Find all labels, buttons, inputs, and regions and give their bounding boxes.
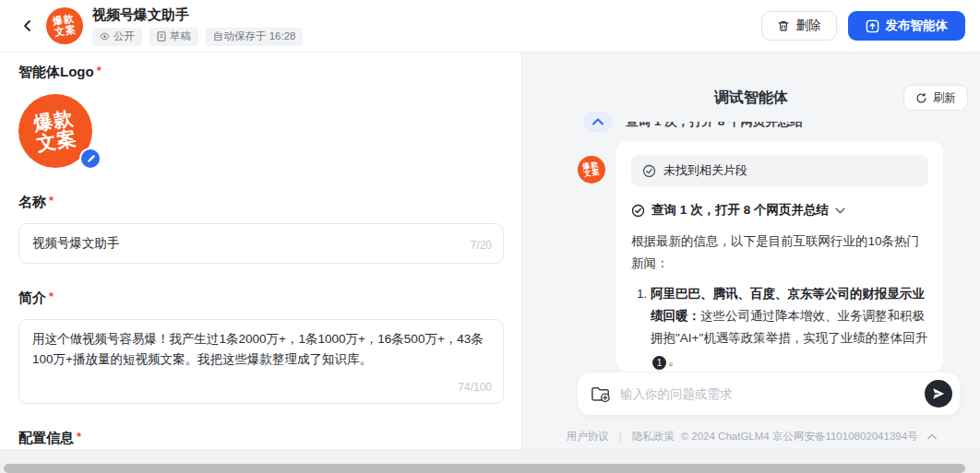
agent-settings-panel: 智能体Logo* 爆款文案 名称* 7/20 简介* (0, 53, 522, 449)
delete-button[interactable]: 删除 (761, 11, 837, 41)
draft-badge-label: 草稿 (170, 30, 191, 43)
news-item: 阿里巴巴、腾讯、百度、京东等公司的财报显示业绩回暖：这些公司通过降本增效、业务调… (651, 283, 928, 372)
intro-char-counter: 74/100 (458, 381, 492, 394)
send-button[interactable] (925, 380, 952, 408)
edit-logo-button[interactable] (79, 148, 102, 170)
top-bar: 爆款文案 视频号爆文助手 公开 草稿 自动保存于 16:28 (0, 0, 980, 53)
badge-row: 公开 草稿 自动保存于 16:28 (92, 28, 303, 46)
config-field-label: 配置信息* (18, 430, 503, 447)
visibility-badge: 公开 (92, 28, 142, 46)
autosave-badge: 自动保存于 16:28 (206, 28, 303, 46)
visibility-badge-label: 公开 (114, 30, 135, 43)
eye-icon (100, 31, 110, 41)
trash-icon (777, 19, 790, 32)
required-mark: * (97, 64, 102, 77)
required-mark: * (49, 290, 54, 303)
back-button[interactable] (15, 13, 41, 39)
pencil-icon (86, 154, 96, 164)
logo-field-label: 智能体Logo* (18, 64, 503, 81)
name-field-label: 名称* (18, 194, 503, 211)
refresh-button[interactable]: 刷新 (903, 85, 968, 111)
intro-field-label: 简介* (18, 290, 503, 307)
name-input[interactable] (19, 224, 503, 263)
news-item-suffix: 。 (668, 353, 681, 367)
config-field: 配置信息* 描述你想创建的智能体，包括它的作用和特点，以及对它生成结果的预期。(… (18, 430, 503, 449)
document-icon (157, 31, 166, 41)
check-circle-icon (642, 164, 656, 178)
delete-button-label: 删除 (796, 18, 821, 34)
logo-field: 智能体Logo* 爆款文案 (18, 64, 503, 168)
terms-link[interactable]: 用户协议 (566, 430, 608, 443)
publish-button[interactable]: 发布智能体 (848, 11, 966, 41)
send-plane-icon (932, 387, 945, 400)
collapse-button[interactable] (583, 112, 613, 132)
chevron-up-icon (592, 118, 604, 125)
page-bottom-gutter (0, 449, 980, 464)
chat-input-bar (578, 372, 960, 415)
refresh-button-label: 刷新 (933, 90, 956, 106)
publish-button-label: 发布智能体 (886, 18, 949, 34)
message-intro-text: 根据最新的信息，以下是目前互联网行业的10条热门新闻： (631, 231, 928, 275)
assistant-message-card: 未找到相关片段 查询 1 次，打开 8 个网页并总结 根据最新的信息，以下是目前… (616, 141, 943, 372)
back-chevron-icon (20, 18, 35, 33)
chevron-down-icon (835, 207, 845, 214)
chat-message-input[interactable] (620, 387, 915, 401)
clipped-message-text: 查询 1 次，打开 8 个网页并总结 (626, 122, 803, 130)
privacy-link[interactable]: 隐私政策 (632, 430, 675, 443)
retrieval-status-pill: 未找到相关片段 (631, 155, 928, 186)
copyright-text: © 2024 ChatGLM4 京公网安备11010802041394号 (681, 430, 918, 443)
news-list: 阿里巴巴、腾讯、百度、京东等公司的财报显示业绩回暖：这些公司通过降本增效、业务调… (631, 283, 928, 372)
page-title: 视频号爆文助手 (92, 6, 303, 24)
intro-input-box: 用这个做视频号容易爆！我产生过1条2000万+，1条1000万+，16条500万… (18, 319, 504, 404)
name-field: 名称* 7/20 (18, 194, 503, 264)
citation-badge[interactable]: 1 (652, 356, 666, 370)
title-block: 视频号爆文助手 公开 草稿 自动保存于 16:28 (92, 6, 303, 46)
debug-panel: 调试智能体 刷新 查询 1 次，打开 8 个网页并总结 爆款文案 未 (522, 53, 980, 449)
logo-uploader[interactable]: 爆款文案 (18, 94, 96, 168)
web-search-summary-text: 查询 1 次，打开 8 个网页并总结 (651, 202, 829, 219)
topbar-actions: 删除 发布智能体 (761, 11, 966, 41)
intro-textarea[interactable]: 用这个做视频号容易爆！我产生过1条2000万+，1条1000万+，16条500万… (19, 320, 503, 381)
retrieval-status-text: 未找到相关片段 (663, 162, 747, 179)
required-mark: * (77, 430, 81, 443)
agent-logo-text-2: 文案 (583, 169, 601, 179)
draft-badge: 草稿 (149, 28, 198, 46)
check-circle-icon (631, 204, 645, 218)
upload-file-button[interactable] (591, 385, 611, 403)
agent-logo: 爆款文案 (46, 7, 83, 44)
horizontal-scrollbar-track (0, 464, 980, 473)
footer-separator: ｜ (615, 430, 625, 443)
assistant-avatar: 爆款文案 (578, 156, 605, 183)
agent-logo-text-2: 文案 (35, 128, 78, 155)
web-search-summary-toggle[interactable]: 查询 1 次，打开 8 个网页并总结 (631, 202, 928, 219)
intro-field: 简介* 用这个做视频号容易爆！我产生过1条2000万+，1条1000万+，16条… (18, 290, 503, 404)
name-input-box: 7/20 (18, 223, 504, 264)
horizontal-scrollbar-thumb[interactable] (4, 464, 965, 473)
agent-builder-page: 爆款文案 视频号爆文助手 公开 草稿 自动保存于 16:28 (0, 0, 980, 473)
autosave-badge-label: 自动保存于 16:28 (213, 30, 295, 43)
name-char-counter: 7/20 (471, 239, 492, 252)
agent-logo-text-2: 文案 (54, 24, 78, 38)
refresh-icon (915, 92, 927, 104)
scrolled-message-row: 查询 1 次，打开 8 个网页并总结 (583, 112, 803, 134)
legal-footer: 用户协议 ｜ 隐私政策 © 2024 ChatGLM4 京公网安备1101080… (522, 430, 980, 443)
publish-icon (866, 19, 879, 33)
required-mark: * (49, 194, 54, 207)
folder-plus-icon (591, 385, 611, 403)
footer-collapse-button[interactable] (927, 433, 937, 440)
